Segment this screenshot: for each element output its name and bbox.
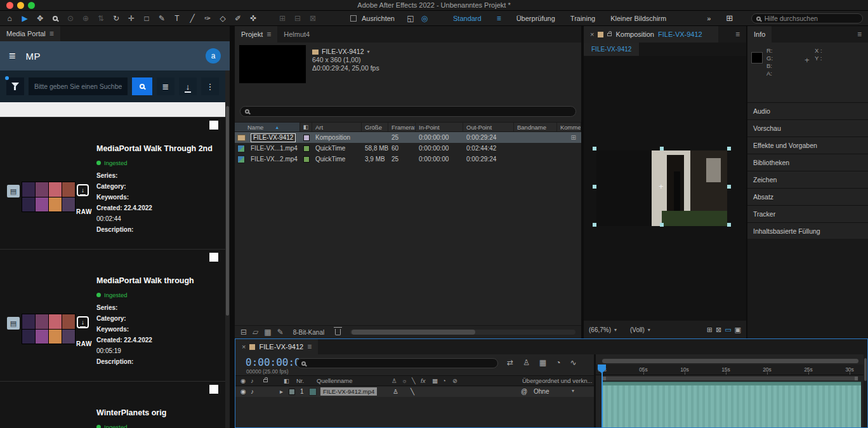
workspace-tab-kleiner-bildschirm[interactable]: Kleiner Bildschirm: [610, 15, 666, 22]
column-header-out-point[interactable]: Out-Point: [463, 123, 514, 131]
project-search[interactable]: [240, 106, 576, 117]
grid-options-icon[interactable]: ⊞: [707, 326, 713, 334]
workspace-tab-ueberpruefung[interactable]: Überprüfung: [516, 15, 555, 22]
work-area-bar[interactable]: [602, 376, 858, 381]
quality-icon[interactable]: ☼: [402, 377, 407, 384]
panel-header-vorschau[interactable]: Vorschau: [747, 119, 868, 136]
pen-tool-icon[interactable]: ✎: [157, 15, 166, 22]
audio-icon[interactable]: ♪: [251, 377, 254, 384]
column-header-framerate[interactable]: Framerate: [388, 123, 416, 131]
axis-world-icon[interactable]: ⊟: [293, 15, 302, 22]
tag-icon[interactable]: ◧: [284, 377, 289, 384]
scrollbar-thumb[interactable]: [226, 106, 229, 316]
panel-menu-icon[interactable]: ≡: [729, 26, 746, 43]
roto-brush-tool-icon[interactable]: ✐: [233, 15, 242, 22]
new-folder-icon[interactable]: ▱: [253, 328, 258, 337]
close-icon[interactable]: ×: [590, 30, 594, 38]
shy-toggle-icon[interactable]: ♙: [393, 388, 398, 395]
selection-handle[interactable]: [593, 185, 596, 189]
pickwhip-icon[interactable]: @: [521, 388, 527, 395]
avatar[interactable]: a: [206, 48, 221, 64]
sampling-icon[interactable]: ╲: [412, 377, 416, 384]
layer-row[interactable]: ◉ ♪ ▸ 1 FILE-VX-9412.mp4 ♙ ╲ @ Ohne ▾: [235, 387, 594, 397]
item-name[interactable]: FILE-VX-9412: [251, 133, 296, 142]
workspace-menu-icon[interactable]: ≡: [497, 14, 501, 23]
trash-icon[interactable]: [335, 329, 341, 335]
selection-handle[interactable]: [727, 147, 731, 150]
card-download-button[interactable]: ↓: [77, 316, 89, 328]
lock-icon[interactable]: [263, 379, 268, 382]
panel-header-zeichen[interactable]: Zeichen: [747, 171, 868, 187]
expand-icon[interactable]: ◱: [406, 15, 415, 22]
snap-icon[interactable]: ◎: [420, 15, 429, 22]
chevron-down-icon[interactable]: ▾: [367, 48, 370, 56]
threed-icon[interactable]: ⊘: [452, 377, 457, 384]
panel-header-inhaltsbasierte-fuellung[interactable]: Inhaltsbasierte Füllung: [747, 222, 868, 239]
zoom-tool-icon[interactable]: [51, 15, 60, 22]
selection-handle[interactable]: [660, 147, 664, 150]
puppet-pin-tool-icon[interactable]: ✜: [249, 15, 258, 22]
motion-blur-icon[interactable]: ◔: [556, 358, 560, 367]
panel-menu-icon[interactable]: ≡: [49, 29, 54, 38]
filter-button[interactable]: [6, 77, 24, 95]
tab-projekt[interactable]: Projekt ≡: [235, 26, 277, 43]
audio-icon[interactable]: ♪: [251, 388, 254, 395]
source-column-label[interactable]: Quellenname: [317, 377, 353, 384]
pan-behind-tool-icon[interactable]: ✛: [127, 15, 136, 22]
zoom-window-button[interactable]: [28, 2, 35, 9]
layer-name[interactable]: FILE-VX-9412.mp4: [320, 387, 377, 396]
camera-view-icon[interactable]: ▣: [735, 326, 741, 334]
axis-view-icon[interactable]: ⊠: [308, 15, 317, 22]
viewer-tab[interactable]: FILE-VX-9412: [584, 43, 639, 56]
parent-dropdown[interactable]: Ohne: [534, 388, 549, 395]
motion-blur-icon[interactable]: ◔: [442, 377, 446, 384]
lock-icon[interactable]: [607, 33, 612, 36]
tab-komposition[interactable]: × Komposition FILE-VX-9412: [584, 26, 718, 43]
frame-blend-icon[interactable]: ▦: [432, 377, 438, 384]
download-button[interactable]: ↓: [179, 77, 197, 95]
timeline-zoom-scrollbar[interactable]: [602, 359, 858, 363]
number-column-label[interactable]: Nr.: [296, 377, 304, 384]
mask-visibility-icon[interactable]: ⊠: [716, 326, 721, 334]
item-name[interactable]: FILE-VX...1.mp4: [247, 143, 300, 154]
panel-header-bibliotheken[interactable]: Bibliotheken: [747, 154, 868, 170]
twirl-icon[interactable]: ▸: [280, 388, 283, 395]
close-icon[interactable]: ×: [242, 343, 246, 351]
tab-info[interactable]: Info: [747, 26, 772, 43]
thumbnail-strip[interactable]: [22, 182, 76, 212]
card-checkbox[interactable]: [209, 253, 218, 262]
composition-flowchart-icon[interactable]: ⇄: [507, 358, 513, 367]
layer-duration-bar[interactable]: [602, 382, 861, 427]
orbit-camera-tool-icon[interactable]: ⊙: [66, 15, 75, 22]
column-header-groesse[interactable]: Größe: [362, 123, 388, 131]
chevron-down-icon[interactable]: ▾: [572, 388, 574, 394]
help-search[interactable]: [751, 13, 863, 23]
quality-toggle-icon[interactable]: ╲: [411, 388, 414, 395]
zoom-dropdown[interactable]: (66,7%): [589, 326, 611, 333]
region-of-interest-icon[interactable]: ▭: [725, 326, 731, 334]
adjust-icon[interactable]: ✎: [277, 328, 284, 337]
panel-menu-icon[interactable]: ≡: [266, 30, 271, 39]
media-card[interactable]: MediaPortal Walk Through 2nd Ingested Se…: [0, 117, 225, 249]
graph-editor-icon[interactable]: ∿: [570, 358, 576, 367]
anchor-point-icon[interactable]: +: [659, 182, 664, 191]
time-ruler[interactable]: 00s 05s 10s 15s 20s 25s 30s: [596, 364, 864, 375]
bit-depth-button[interactable]: 8-Bit-Kanal: [293, 329, 324, 336]
frame-blending-icon[interactable]: ▦: [539, 358, 546, 367]
selection-handle[interactable]: [593, 147, 596, 150]
panel-header-effekte[interactable]: Effekte und Vorgaben: [747, 137, 868, 153]
column-header-art[interactable]: Art: [312, 123, 362, 131]
label-swatch[interactable]: [303, 135, 310, 141]
card-checkbox[interactable]: [209, 121, 218, 130]
rotate-tool-icon[interactable]: ↻: [112, 15, 121, 22]
axis-local-icon[interactable]: ⊞: [278, 15, 287, 22]
preview-name[interactable]: FILE-VX-9412: [322, 48, 364, 56]
workspace-settings-icon[interactable]: ⊞: [726, 13, 733, 23]
thumbnail-strip[interactable]: [22, 314, 76, 344]
resolution-dropdown[interactable]: (Voll): [630, 326, 645, 333]
card-checkbox[interactable]: [209, 385, 218, 394]
label-swatch[interactable]: [303, 145, 310, 152]
timeline-right-scrollbar[interactable]: [864, 354, 867, 427]
close-window-button[interactable]: [6, 2, 13, 9]
scrollbar-thumb[interactable]: [352, 330, 475, 335]
